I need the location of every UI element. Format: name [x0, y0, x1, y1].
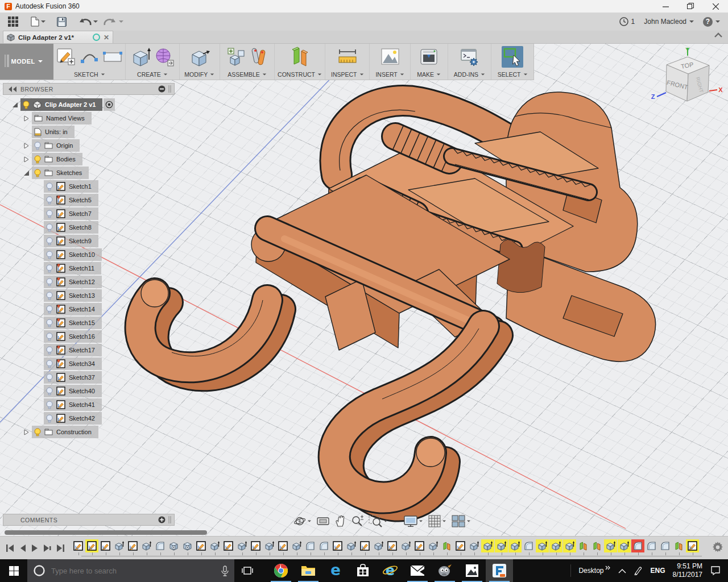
timeline-feature-fillet[interactable] [632, 541, 643, 551]
comments-grip-icon[interactable] [168, 516, 171, 523]
browser-row[interactable]: Sketch17 [3, 344, 175, 356]
timeline-feature-sketch[interactable] [455, 541, 466, 551]
browser-row[interactable]: Sketch15 [3, 317, 175, 329]
timeline-feature-sketch[interactable] [100, 541, 111, 551]
taskbar-app-internet-explorer[interactable]: e [377, 559, 404, 582]
timeline-feature-fillet[interactable] [155, 541, 166, 551]
visibility-bulb-icon[interactable] [46, 319, 53, 327]
create-form-icon[interactable] [154, 46, 175, 68]
timeline-feature-sketch[interactable] [223, 541, 234, 551]
timeline-feature-sketch[interactable] [687, 541, 698, 551]
timeline-feature-extrude[interactable] [469, 541, 479, 551]
visibility-bulb-icon[interactable] [46, 251, 53, 259]
minimize-button[interactable] [653, 0, 678, 13]
browser-row[interactable]: Sketch16 [3, 330, 175, 343]
taskbar-app-store[interactable] [349, 559, 377, 582]
start-button[interactable] [0, 559, 27, 582]
restore-button[interactable] [678, 0, 703, 13]
timeline-play-button[interactable] [31, 544, 38, 552]
new-component-icon[interactable] [226, 46, 246, 68]
grid-settings-tool[interactable] [428, 515, 446, 527]
taskbar-app-fusion-360[interactable] [486, 559, 513, 582]
timeline-feature-extrude[interactable] [373, 541, 384, 551]
timeline-step-forward-button[interactable] [43, 544, 51, 552]
timeline-feature-sketch[interactable] [359, 541, 370, 551]
taskbar-search-input[interactable] [50, 566, 217, 576]
browser-row-body[interactable]: Named Views [32, 112, 92, 124]
browser-row[interactable]: Sketch14 [3, 303, 175, 315]
browser-row[interactable]: Construction [3, 426, 175, 438]
timeline-feature-sketch[interactable] [86, 541, 97, 551]
timeline-feature-plane[interactable] [673, 541, 684, 551]
taskbar-app-mail[interactable] [404, 559, 431, 582]
timeline-go-to-end-button[interactable] [56, 544, 65, 552]
browser-row-body[interactable]: Clip Adapter 2 v1 [20, 98, 102, 111]
visibility-bulb-icon[interactable] [46, 196, 53, 205]
timeline-feature-extrude[interactable] [264, 541, 275, 551]
redo-button[interactable] [104, 17, 123, 26]
viewport-canvas[interactable]: TOP FRONT RIGHT Y X Z MODEL [0, 43, 728, 537]
expand-icon[interactable] [24, 115, 29, 122]
timeline-feature-extrude[interactable] [291, 541, 302, 551]
visibility-bulb-icon[interactable] [46, 360, 53, 368]
browser-row-body[interactable]: Sketch17 [44, 344, 102, 356]
pen-tray-icon[interactable] [634, 566, 643, 575]
browser-row-body[interactable]: Sketch16 [44, 330, 102, 343]
timeline-feature-extrude[interactable] [209, 541, 220, 551]
visibility-bulb-icon[interactable] [46, 210, 53, 218]
browser-row-root[interactable]: Clip Adapter 2 v1 [3, 98, 175, 111]
browser-row[interactable]: Sketch40 [3, 385, 175, 397]
add-comment-icon[interactable] [158, 516, 166, 523]
browser-row-body[interactable]: Sketch1 [44, 180, 98, 193]
browser-row-body[interactable]: Sketch5 [44, 194, 98, 206]
view-cube[interactable]: TOP FRONT RIGHT Y X Z [647, 44, 723, 115]
visibility-bulb-icon[interactable] [34, 169, 41, 177]
collapse-icon[interactable] [12, 102, 18, 108]
construction-plane-icon[interactable] [289, 46, 310, 68]
visibility-bulb-icon[interactable] [46, 305, 53, 314]
timeline-feature-extrude[interactable] [510, 541, 520, 551]
browser-row[interactable]: Sketches [3, 167, 175, 179]
timeline-feature-plane[interactable] [578, 541, 589, 551]
ribbon-group-create-menu[interactable]: CREATE [137, 71, 168, 78]
panel-grip-icon[interactable] [168, 85, 171, 93]
expand-icon[interactable] [24, 156, 29, 163]
browser-row[interactable]: Sketch8 [3, 221, 175, 234]
timeline-feature-extrude[interactable] [428, 541, 439, 551]
close-button[interactable] [703, 0, 728, 13]
file-menu-button[interactable] [31, 16, 46, 27]
visibility-bulb-icon[interactable] [46, 401, 53, 409]
two-point-rectangle-icon[interactable] [102, 47, 123, 67]
browser-row[interactable]: Bodies [3, 153, 175, 165]
browser-row[interactable]: Sketch12 [3, 276, 175, 288]
ribbon-group-addins-menu[interactable]: ADD-INS [454, 71, 485, 78]
browser-row-body[interactable]: Sketch9 [44, 235, 98, 247]
timeline-feature-sketch[interactable] [414, 541, 425, 551]
timeline-feature-extrude[interactable] [346, 541, 357, 551]
expand-icon[interactable] [24, 429, 29, 435]
browser-row-body[interactable]: Sketch7 [44, 207, 98, 220]
visibility-bulb-icon[interactable] [34, 142, 41, 150]
timeline-go-to-start-button[interactable] [6, 544, 14, 552]
browser-row-body[interactable]: Sketch34 [44, 357, 102, 370]
browser-row-body[interactable]: Sketch41 [44, 398, 102, 411]
visibility-bulb-icon[interactable] [46, 264, 53, 273]
timeline-feature-sketch[interactable] [278, 541, 288, 551]
browser-row-body[interactable]: Sketch15 [44, 317, 102, 329]
timeline-feature-plane[interactable] [592, 541, 602, 551]
remove-panel-icon[interactable] [158, 85, 166, 93]
browser-row-body[interactable]: Sketch40 [44, 385, 102, 397]
timeline-feature-plane[interactable] [441, 541, 452, 551]
taskbar-app-photos[interactable] [458, 559, 486, 582]
collapse-toolbar-chevron[interactable] [714, 32, 722, 38]
browser-row-body[interactable]: Sketch13 [44, 289, 102, 302]
ribbon-group-sketch-menu[interactable]: SKETCH [74, 71, 105, 78]
timeline-feature-sketch[interactable] [250, 541, 261, 551]
desktop-toolbar[interactable]: Desktop [578, 567, 611, 575]
timeline-feature-fillet[interactable] [523, 541, 534, 551]
save-button[interactable] [57, 17, 67, 27]
browser-row[interactable]: Units: in [3, 126, 175, 138]
measure-icon[interactable] [337, 47, 358, 67]
taskbar-search[interactable] [27, 559, 234, 582]
timeline-feature-sketch[interactable] [73, 541, 84, 551]
